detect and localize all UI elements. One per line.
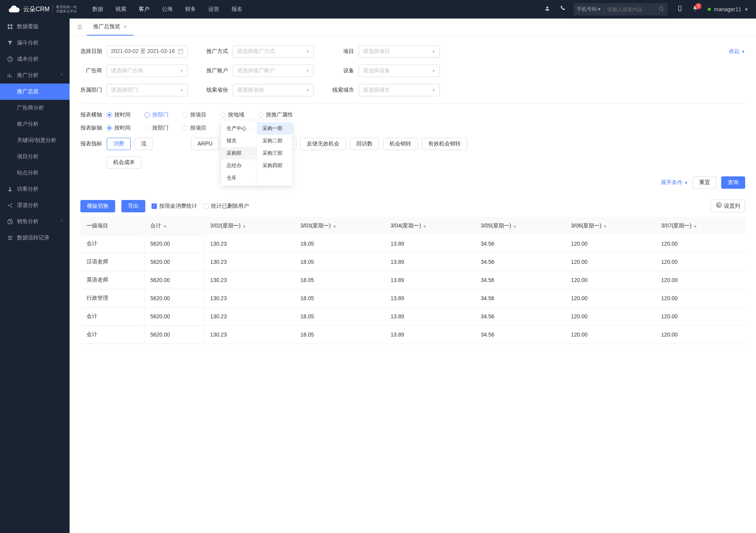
cascader-item-l1-4[interactable]: 仓库› xyxy=(221,172,257,184)
sidebar-subitem-3-4[interactable]: 项目分析 xyxy=(0,149,70,165)
table-cell: 130.23 xyxy=(204,308,294,326)
tab-promotion-overview[interactable]: 推广总预览 ✕ xyxy=(87,19,133,36)
sidebar-item-0[interactable]: 数据看版 xyxy=(0,19,70,35)
nav-item-1[interactable]: 线索 xyxy=(116,6,126,13)
metric-tag-8[interactable]: 回访数 xyxy=(350,138,379,150)
sales-icon xyxy=(7,219,13,225)
metric-tag-7[interactable]: 反馈无效机会 xyxy=(300,138,346,150)
table-col-0[interactable]: 一级项目 xyxy=(80,217,144,235)
h-axis-opts-opt-3[interactable]: 按地域 xyxy=(220,111,244,118)
metric-tag-0[interactable]: 消费 xyxy=(107,138,131,150)
table-col-1[interactable]: 合计 ◆ xyxy=(144,217,204,235)
sort-icon: ◆ xyxy=(604,224,607,228)
v-axis-opts-opt-1[interactable]: 按部门 xyxy=(145,125,169,132)
query-button[interactable]: 查询 xyxy=(721,176,745,189)
nav-item-6[interactable]: 报名 xyxy=(232,6,242,13)
search-type-select[interactable]: 手机号码 ▾ xyxy=(577,6,604,13)
mobile-icon[interactable] xyxy=(677,5,683,14)
sidebar-toggle-icon[interactable]: ☰ xyxy=(73,19,87,35)
h-axis-opts-opt-4[interactable]: 按推广属性 xyxy=(258,111,293,118)
user-menu[interactable]: manager11 ▼ xyxy=(708,6,748,12)
switch-axis-button[interactable]: 横纵切换 xyxy=(80,200,115,212)
nav-item-3[interactable]: 公海 xyxy=(162,6,173,13)
v-axis-opts-opt-2[interactable]: 按项目 xyxy=(182,125,206,132)
logo[interactable]: 云朵CRM 教育机构一站式服务云平台 xyxy=(8,3,77,15)
h-axis-opts-opt-2[interactable]: 按项目 xyxy=(182,111,206,118)
advertiser-select[interactable]: 请选择广告商▼ xyxy=(107,65,188,77)
province-select[interactable]: 请选择省份▼ xyxy=(233,84,314,96)
metric-tag-4[interactable]: ARPU xyxy=(191,138,219,150)
metric-tag-10[interactable]: 有效机会销转 xyxy=(422,138,467,150)
cash-stat-checkbox[interactable]: 按现金消费统计 xyxy=(152,203,197,210)
h-axis-opts-opt-0[interactable]: 按时间 xyxy=(107,111,131,118)
radio-icon xyxy=(145,112,150,118)
nav-item-2[interactable]: 客户 xyxy=(139,6,150,13)
export-button[interactable]: 导出 xyxy=(121,200,145,212)
sidebar-item-4[interactable]: 访客分析 xyxy=(0,181,70,197)
sidebar-subitem-3-5[interactable]: 站点分析 xyxy=(0,165,70,181)
table-col-6[interactable]: 3/06(星期一) ◆ xyxy=(565,217,655,235)
close-icon[interactable]: ✕ xyxy=(123,24,127,29)
table-col-2[interactable]: 3/02(星期一) ◆ xyxy=(204,217,294,235)
table-col-4[interactable]: 3/04(星期一) ◆ xyxy=(385,217,475,235)
table-cell: 120.00 xyxy=(655,235,745,253)
cascader-item-l1-2[interactable]: 采购部› xyxy=(221,147,257,159)
deleted-stat-checkbox[interactable]: 统计已删除用户 xyxy=(203,203,249,210)
metric-tag-r2-0[interactable]: 机会成本 xyxy=(107,156,141,169)
method-select[interactable]: 请选择推广方式▼ xyxy=(233,45,314,58)
sidebar-item-6[interactable]: 销售分析˅ xyxy=(0,214,70,230)
sidebar-subitem-3-3[interactable]: 关键词/创意分析 xyxy=(0,132,70,149)
sidebar-item-5[interactable]: 渠道分析 xyxy=(0,197,70,214)
notifications[interactable]: 5 xyxy=(692,5,698,14)
table-row: 行政管理5620.00130.2318.0513.8934.56120.0012… xyxy=(80,289,745,308)
date-range-input[interactable]: 2021-03-02 至 2021-03-16 xyxy=(107,45,188,58)
nav-item-4[interactable]: 财务 xyxy=(185,6,196,13)
dept-select[interactable]: 请选择部门▼ xyxy=(107,84,188,96)
table-col-7[interactable]: 3/07(星期一) ◆ xyxy=(655,217,745,235)
table-cell: 34.56 xyxy=(475,235,565,253)
column-settings-button[interactable]: 设置列 xyxy=(710,200,745,212)
table-cell: 130.23 xyxy=(204,271,294,289)
sidebar-item-2[interactable]: 成本分析 xyxy=(0,51,70,67)
table-cell: 120.00 xyxy=(565,289,655,308)
device-select[interactable]: 请选择设备▼ xyxy=(359,65,440,77)
cascader-item-l1-3[interactable]: 总经办› xyxy=(221,159,257,172)
table-toolbar: 横纵切换 导出 按现金消费统计 统计已删除用户 设置列 xyxy=(80,200,745,212)
chevron-down-icon: ▼ xyxy=(432,88,436,92)
sidebar-subitem-3-0[interactable]: 推广总览 xyxy=(0,84,70,100)
sidebar-subitem-3-2[interactable]: 账户分析 xyxy=(0,116,70,132)
metric-tag-9[interactable]: 机会销转 xyxy=(383,138,418,150)
expand-conditions-link[interactable]: 展开条件 ▼ xyxy=(661,179,688,186)
search-icon[interactable] xyxy=(658,6,664,13)
cascader-item-l2-0[interactable]: 采购一部 xyxy=(257,122,292,135)
sidebar-item-1[interactable]: 漏斗分析 xyxy=(0,35,70,51)
table-col-3[interactable]: 3/03(星期一) ◆ xyxy=(294,217,384,235)
h-axis-opts-opt-1[interactable]: 按部门 xyxy=(145,111,169,118)
cascader-item-l1-0[interactable]: 生产中心› xyxy=(221,122,257,135)
user-icon[interactable] xyxy=(544,5,550,14)
collapse-link[interactable]: 收起 ▼ xyxy=(729,48,745,55)
table-cell: 5620.00 xyxy=(144,271,204,289)
account-select[interactable]: 请选择推广账户▼ xyxy=(233,65,314,77)
city-select[interactable]: 请选择城市▼ xyxy=(359,84,440,96)
table-cell: 13.89 xyxy=(385,289,475,308)
cascader-item-l1-1[interactable]: 报关 xyxy=(221,135,257,147)
nav-item-0[interactable]: 数据 xyxy=(92,6,103,13)
cascader-item-l2-2[interactable]: 采购三部 xyxy=(257,147,292,159)
sidebar-item-7[interactable]: 数据流转记录 xyxy=(0,230,70,246)
chevron-right-icon: › xyxy=(250,164,251,168)
sidebar-subitem-3-1[interactable]: 广告商分析 xyxy=(0,100,70,116)
radio-icon xyxy=(145,125,150,131)
table-row: 会计5620.00130.2318.0513.8934.56120.00120.… xyxy=(80,326,745,344)
cascader-item-l2-3[interactable]: 采购四部 xyxy=(257,159,292,172)
sidebar-item-3[interactable]: 推广分析˄ xyxy=(0,67,70,84)
metric-tag-1[interactable]: 流 xyxy=(135,138,153,150)
phone-icon[interactable] xyxy=(560,5,566,14)
search-input[interactable] xyxy=(604,7,658,12)
nav-item-5[interactable]: 运营 xyxy=(208,6,219,13)
project-select[interactable]: 请选择项目▼ xyxy=(359,45,440,58)
reset-button[interactable]: 重置 xyxy=(693,176,717,189)
v-axis-opts-opt-0[interactable]: 按时间 xyxy=(107,125,131,132)
table-col-5[interactable]: 3/05(星期一) ◆ xyxy=(475,217,565,235)
cascader-item-l2-1[interactable]: 采购二部 xyxy=(257,135,292,147)
